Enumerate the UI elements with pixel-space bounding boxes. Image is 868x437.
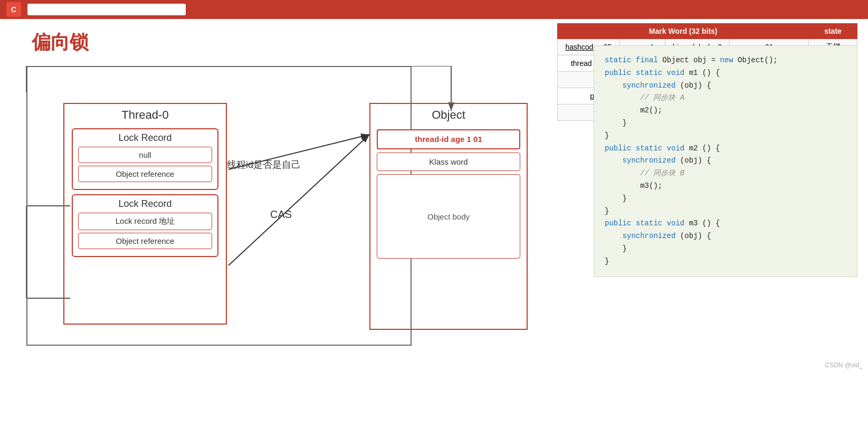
main-content: 偏向锁 Mark Word (32 bits) state hashcode :… [0, 19, 868, 372]
code-normal: Object obj = [662, 56, 720, 64]
lock-record-1-null: null [78, 147, 212, 163]
code-keyword: static final [605, 56, 658, 64]
code-line: public static void m2 () { [605, 142, 846, 155]
lock-record-2-title: Lock Record [78, 198, 212, 210]
code-line: } [605, 243, 846, 255]
object-header-cell: thread-id age 1 01 [377, 129, 520, 149]
object-box: Object thread-id age 1 01 Klass word Obj… [369, 103, 528, 330]
object-klass-cell: Klass word [377, 153, 520, 171]
code-line: public static void m1 () { [605, 67, 846, 80]
mark-word-header: Mark Word (32 bits) [558, 24, 809, 39]
code-line: static final Object obj = new Object(); [605, 54, 846, 67]
code-line: synchronized (obj) { [605, 80, 846, 92]
code-normal: Object(); [738, 56, 778, 64]
code-line: // 同步块 B [605, 167, 846, 180]
code-line: public static void m3 () { [605, 217, 846, 230]
code-line: synchronized (obj) { [605, 230, 846, 243]
code-line: } [605, 205, 846, 218]
lock-record-2-objref: Object reference [78, 233, 212, 249]
code-line: // 同步块 A [605, 92, 846, 104]
thread-check-annotation: 线程id是否是自己 [227, 158, 301, 171]
code-line: } [605, 130, 846, 142]
watermark: CSDN @vid_ [825, 362, 863, 369]
code-line: } [605, 255, 846, 268]
code-line: } [605, 117, 846, 130]
lock-record-2-addr: Lock record 地址 [78, 213, 212, 230]
code-keyword: new [720, 56, 733, 64]
lock-record-1: Lock Record null Object reference [72, 128, 218, 190]
code-line: } [605, 193, 846, 205]
lock-record-2: Lock Record Lock record 地址 Object refere… [72, 194, 218, 257]
thread0-box: Thread-0 Lock Record null Object referen… [63, 103, 227, 325]
lock-record-1-objref: Object reference [78, 166, 212, 182]
diagram-area: Thread-0 Lock Record null Object referen… [11, 66, 538, 362]
search-bar[interactable] [27, 4, 186, 15]
code-line: m3(); [605, 180, 846, 193]
cas-annotation: CAS [270, 208, 292, 221]
object-header-text: thread-id age 1 01 [415, 135, 482, 144]
object-label: Object [370, 104, 527, 124]
code-line: synchronized (obj) { [605, 155, 846, 167]
top-bar: C [0, 0, 868, 19]
logo: C [6, 2, 21, 17]
object-body-text: Object body [427, 212, 470, 221]
code-line: m2(); [605, 104, 846, 117]
lock-record-1-title: Lock Record [78, 132, 212, 144]
state-header: state [809, 24, 857, 39]
code-panel: static final Object obj = new Object(); … [594, 45, 857, 277]
thread0-label: Thread-0 [64, 104, 226, 124]
object-body-cell: Object body [377, 174, 520, 259]
